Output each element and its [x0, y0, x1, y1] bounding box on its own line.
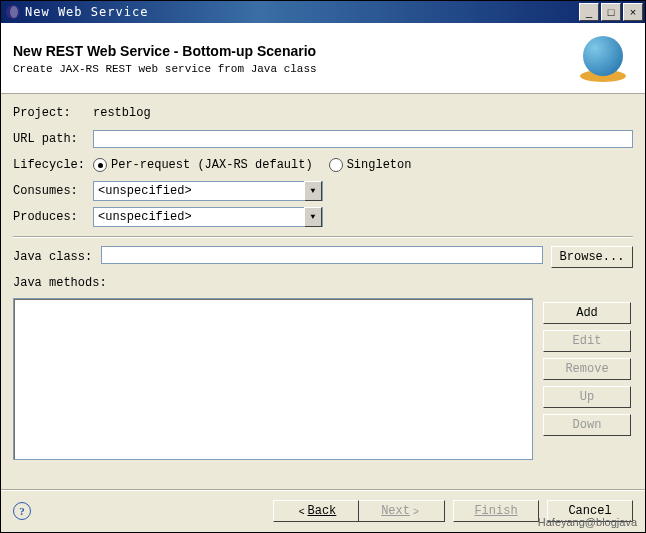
project-label: Project: — [13, 106, 93, 120]
lifecycle-label: Lifecycle: — [13, 158, 93, 172]
project-value: restblog — [93, 106, 633, 120]
produces-combo[interactable]: <unspecified> ▼ — [93, 207, 323, 227]
form-body: Project: restblog URL path: Lifecycle: P… — [1, 94, 645, 472]
chevron-down-icon: ▼ — [304, 207, 322, 227]
radio-label: Per-request (JAX-RS default) — [111, 158, 313, 172]
url-path-input[interactable] — [93, 130, 633, 148]
browse-button[interactable]: Browse... — [551, 246, 633, 268]
page-subtitle: Create JAX-RS REST web service from Java… — [13, 63, 573, 75]
maximize-button[interactable]: □ — [601, 3, 621, 21]
help-icon[interactable]: ? — [13, 502, 31, 520]
radio-icon — [93, 158, 107, 172]
title-bar[interactable]: New Web Service _ □ × — [1, 1, 645, 23]
next-button[interactable]: Next> — [359, 500, 445, 522]
up-button[interactable]: Up — [543, 386, 631, 408]
svg-point-1 — [10, 6, 18, 18]
globe-icon — [573, 31, 633, 87]
divider — [13, 236, 633, 238]
window-controls: _ □ × — [577, 3, 643, 21]
java-class-label: Java class: — [13, 250, 101, 264]
page-title: New REST Web Service - Bottom-up Scenari… — [13, 43, 573, 59]
url-path-label: URL path: — [13, 132, 93, 146]
back-button[interactable]: <Back — [273, 500, 359, 522]
lifecycle-per-request-radio[interactable]: Per-request (JAX-RS default) — [93, 158, 313, 172]
consumes-label: Consumes: — [13, 184, 93, 198]
produces-label: Produces: — [13, 210, 93, 224]
minimize-button[interactable]: _ — [579, 3, 599, 21]
edit-button[interactable]: Edit — [543, 330, 631, 352]
java-methods-list[interactable] — [13, 298, 533, 460]
watermark: Hafeyang@blogjava — [538, 516, 637, 528]
java-methods-label: Java methods: — [13, 276, 107, 290]
combo-value: <unspecified> — [94, 184, 304, 198]
radio-label: Singleton — [347, 158, 412, 172]
remove-button[interactable]: Remove — [543, 358, 631, 380]
window-title: New Web Service — [25, 5, 577, 19]
chevron-down-icon: ▼ — [304, 181, 322, 201]
combo-value: <unspecified> — [94, 210, 304, 224]
dialog-window: New Web Service _ □ × New REST Web Servi… — [0, 0, 646, 533]
consumes-combo[interactable]: <unspecified> ▼ — [93, 181, 323, 201]
eclipse-icon — [5, 4, 21, 20]
finish-button[interactable]: Finish — [453, 500, 539, 522]
down-button[interactable]: Down — [543, 414, 631, 436]
radio-icon — [329, 158, 343, 172]
java-class-input[interactable] — [101, 246, 543, 264]
lifecycle-singleton-radio[interactable]: Singleton — [329, 158, 412, 172]
close-button[interactable]: × — [623, 3, 643, 21]
dialog-header: New REST Web Service - Bottom-up Scenari… — [1, 23, 645, 94]
add-button[interactable]: Add — [543, 302, 631, 324]
